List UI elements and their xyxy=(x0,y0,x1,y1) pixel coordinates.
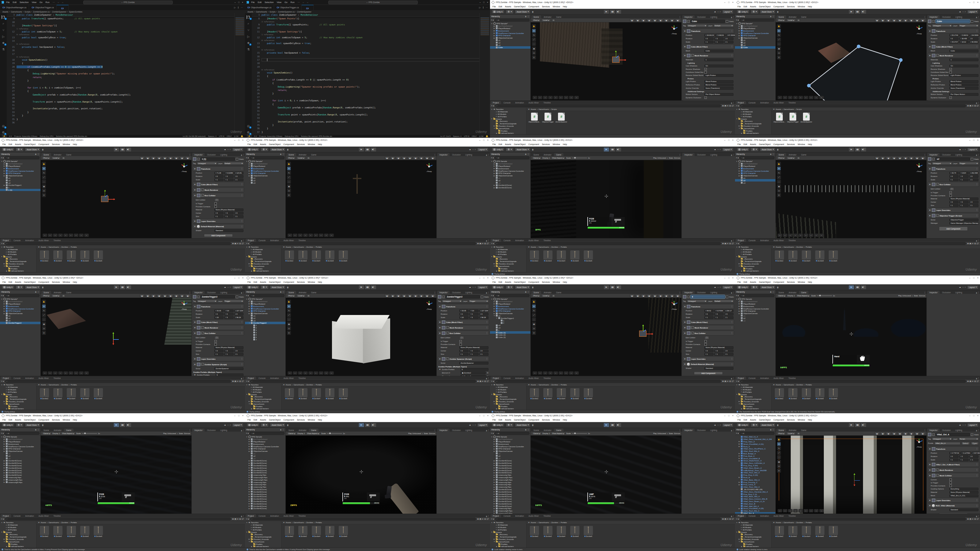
codelens-label[interactable]: 0 references xyxy=(16,33,245,36)
view-option-icon[interactable]: ▣ xyxy=(185,294,190,297)
footer-icon[interactable]: ▪ xyxy=(79,371,84,375)
breadcrumb-item[interactable]: Prefabs xyxy=(561,246,567,248)
project-tree-item[interactable]: ▼★Favorites xyxy=(245,384,281,386)
tab-project[interactable]: Project xyxy=(1,514,11,517)
hierarchy-item[interactable]: Prop_Rug_C (2) xyxy=(735,493,775,495)
footer-icon[interactable]: ▪ xyxy=(574,96,579,99)
step-button[interactable]: ▶▏ xyxy=(371,423,377,427)
project-tree-item[interactable]: ▼GameAssets xyxy=(0,403,36,405)
status-message[interactable]: Trying pickup xyxy=(739,273,750,275)
menu-item-window[interactable]: Window xyxy=(796,143,806,146)
code-editor[interactable]: 3public class ZombieSpawner : MonoBehavi… xyxy=(7,13,245,134)
selected-cube-gizmo[interactable] xyxy=(101,196,108,202)
play-button[interactable]: ▶ xyxy=(604,147,609,152)
property-value[interactable]: ZombieSpawner xyxy=(460,362,488,365)
static-checkbox[interactable] xyxy=(236,158,238,160)
trash-icon[interactable]: 🗑 xyxy=(41,424,44,426)
code-line[interactable]: 23 return; xyxy=(7,76,245,79)
asset-item[interactable]: Zombie4 xyxy=(66,388,77,408)
menu-item-gameobject[interactable]: GameObject xyxy=(268,281,282,283)
asset-item[interactable]: Zombie3 xyxy=(788,250,799,271)
extensions-icon[interactable]: ❖1 xyxy=(2,41,5,45)
code-line[interactable]: 22 if (zombiePrefabs.Length == 0 || spaw… xyxy=(252,78,490,81)
codelens-label[interactable]: 0 references xyxy=(261,49,490,51)
expand-arrow-icon[interactable]: ▶ xyxy=(3,400,5,402)
project-tree-item[interactable]: ▼GameAssets xyxy=(0,265,36,267)
view-option-icon[interactable]: ▣ xyxy=(430,294,435,297)
expand-arrow-icon[interactable]: ▶ xyxy=(3,305,5,307)
project-tree-item[interactable]: ▶Flooded_Grounds xyxy=(490,400,526,403)
notifications-icon[interactable]: ◔ xyxy=(717,148,719,151)
menu-dots-icon[interactable]: ⋮ xyxy=(487,429,489,432)
tab-timeline[interactable]: Timeline xyxy=(296,376,308,380)
menu-item-[interactable]: ··· xyxy=(52,1,56,4)
expand-arrow-icon[interactable]: ▶ xyxy=(496,546,498,547)
tab-animator[interactable]: Animator xyxy=(541,153,554,156)
tool-icon-2[interactable]: ↻ xyxy=(287,171,291,175)
files-icon[interactable]: ❐1 xyxy=(2,15,5,19)
hierarchy-item[interactable]: Prop_Rug_A (54) xyxy=(735,464,775,467)
property-value[interactable]: None (Physics Material) xyxy=(215,346,243,349)
footer-icon[interactable]: ▪ xyxy=(778,96,782,99)
step-button[interactable]: ▶▏ xyxy=(616,285,622,290)
asset-item[interactable]: Zombie4 xyxy=(311,526,322,546)
tab-timeline[interactable]: Timeline xyxy=(541,239,553,242)
code-line[interactable]: 32 Instantiate(prefab, point.position, p… xyxy=(7,107,245,110)
axis-field-y[interactable]: Y9 xyxy=(224,316,233,319)
menu-item-edit[interactable]: Edit xyxy=(252,281,258,283)
hierarchy-item[interactable]: ▶FirstPerson Camera Controller xyxy=(0,307,40,310)
code-line[interactable]: 12 public int zombiesToSpawn = 5; // How… xyxy=(7,30,245,33)
trash-icon[interactable]: 🗑 xyxy=(776,148,779,151)
tab-project[interactable]: Project xyxy=(736,514,746,517)
project-tree-item[interactable]: ▼GameAssets xyxy=(735,403,771,405)
footer-icon[interactable]: ▪ xyxy=(324,233,329,237)
trash-icon[interactable]: 🗑 xyxy=(776,424,779,426)
grid-size-field[interactable]: 1 xyxy=(797,432,800,435)
expand-arrow-icon[interactable]: ▶ xyxy=(248,460,250,462)
expand-arrow-icon[interactable]: ▶ xyxy=(496,408,498,410)
hierarchy-item[interactable]: ▶Zombie5(Clone) xyxy=(245,462,285,464)
view-option-icon[interactable]: ▣ xyxy=(407,294,412,297)
axis-field-z[interactable]: Z1 xyxy=(234,215,243,218)
tool-icon-2[interactable]: ↻ xyxy=(777,171,781,175)
hierarchy-search-input[interactable]: ⌕All xyxy=(495,156,530,159)
project-tree-item[interactable]: ▶Flooded_Grounds xyxy=(245,538,281,541)
axis-field-z[interactable]: Z98.28 xyxy=(479,316,488,319)
menu-dots-icon[interactable]: ⋮ xyxy=(527,153,529,156)
footer-icon[interactable]: ▪ xyxy=(548,371,553,375)
asset-item[interactable]: Zombie5 xyxy=(814,250,825,271)
axis-field-y[interactable]: Y0 xyxy=(224,313,233,316)
property-checkbox[interactable] xyxy=(950,481,952,484)
property-value[interactable]: Cube xyxy=(705,49,733,52)
axis-field-x[interactable]: X0 xyxy=(950,455,959,458)
component-header[interactable]: ▼Transform⋮ xyxy=(192,166,244,171)
code-line[interactable]: 18 xyxy=(252,62,490,65)
run-button[interactable]: ▷ xyxy=(234,6,235,9)
expand-arrow-icon[interactable]: ▼ xyxy=(491,393,493,395)
project-tree-item[interactable]: ⌕All Models xyxy=(490,389,526,391)
expand-arrow-icon[interactable]: ▼ xyxy=(246,384,248,386)
menu-item-window[interactable]: Window xyxy=(61,143,71,146)
view-option-icon[interactable]: ▣ xyxy=(185,156,190,159)
expand-arrow-icon[interactable]: ▼ xyxy=(493,403,495,405)
add-component-button[interactable]: Add Component xyxy=(694,372,723,375)
hierarchy-item[interactable]: 5 xyxy=(245,333,285,336)
breadcrumb-item[interactable]: Prefabs xyxy=(316,384,322,386)
hierarchy-item[interactable]: ▶ObjectiveCanvas xyxy=(735,175,775,177)
tab-ZombieSpawnercs[interactable]: C#ZombieSpawner.cs xyxy=(302,5,313,10)
expand-arrow-icon[interactable]: ▼ xyxy=(736,522,738,524)
footer-icon[interactable]: ▪ xyxy=(788,509,792,513)
project-search-input[interactable]: ⌕ xyxy=(740,105,966,107)
static-checkbox[interactable] xyxy=(481,296,483,298)
preset-icon[interactable]: ⋮ xyxy=(486,326,488,329)
project-tree-item[interactable]: ⌕All Prefabs xyxy=(0,528,36,531)
hierarchy-search-input[interactable]: ⌕All xyxy=(250,294,285,297)
search-icon[interactable]: ⌕ xyxy=(2,22,5,25)
menu-item-file[interactable]: File xyxy=(1,418,7,421)
asset-store-button[interactable]: Asset Store▾ xyxy=(270,423,285,427)
gizmos-dropdown[interactable]: Gizmos xyxy=(919,295,925,297)
breadcrumb-item[interactable]: Zombies xyxy=(796,522,803,524)
menu-dots-icon[interactable]: ⋮ xyxy=(732,240,734,242)
scale-slider[interactable] xyxy=(327,433,342,434)
view-option-icon[interactable]: ▣ xyxy=(670,294,675,297)
